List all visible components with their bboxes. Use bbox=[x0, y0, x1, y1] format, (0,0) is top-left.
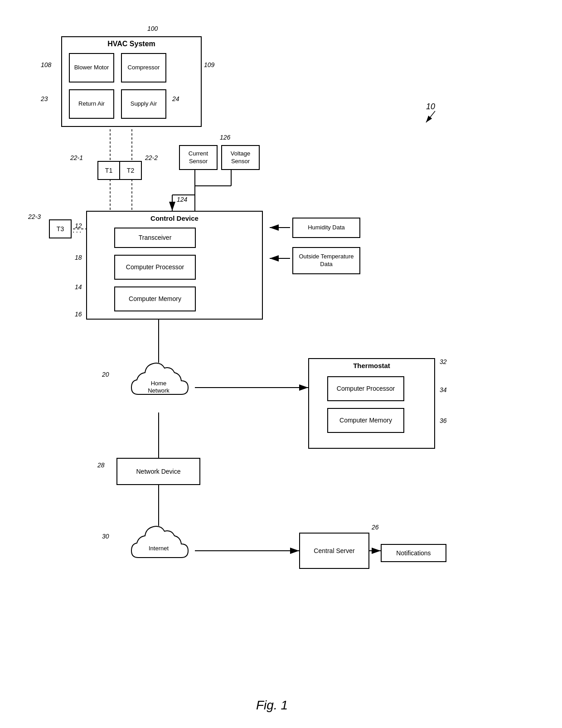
ref-22-3: 22-3 bbox=[28, 213, 41, 220]
voltage-sensor-box: Voltage Sensor bbox=[221, 145, 260, 170]
t2-label: T2 bbox=[127, 166, 134, 175]
ref-100: 100 bbox=[147, 25, 158, 32]
svg-text:Network: Network bbox=[148, 387, 170, 394]
transceiver-label: Transceiver bbox=[139, 233, 172, 242]
humidity-data-box: Humidity Data bbox=[292, 218, 360, 238]
thermostat-label: Thermostat bbox=[353, 361, 390, 370]
return-air-box: Return Air bbox=[69, 89, 114, 119]
ref-22-2: 22-2 bbox=[145, 154, 158, 161]
blower-label: Blower Motor bbox=[74, 64, 109, 72]
computer-memory-cd-label: Computer Memory bbox=[129, 295, 181, 303]
ref-109: 109 bbox=[204, 61, 214, 68]
ref-32: 32 bbox=[440, 358, 447, 365]
network-device-label: Network Device bbox=[136, 467, 180, 476]
return-air-label: Return Air bbox=[78, 100, 105, 108]
ref-36: 36 bbox=[440, 417, 447, 424]
computer-processor-th-box: Computer Processor bbox=[327, 376, 404, 401]
voltage-sensor-label: Voltage Sensor bbox=[222, 150, 259, 165]
ref-12: 12 bbox=[75, 222, 82, 229]
compressor-label: Compressor bbox=[128, 64, 160, 72]
current-sensor-box: Current Sensor bbox=[179, 145, 218, 170]
t1-label: T1 bbox=[105, 166, 112, 175]
ref-10: 10 bbox=[426, 102, 435, 112]
fig-caption: Fig. 1 bbox=[204, 698, 340, 713]
notifications-label: Notifications bbox=[396, 549, 431, 557]
hvac-system-box: HVAC System Blower Motor Compressor Retu… bbox=[61, 36, 202, 127]
t3-box: T3 bbox=[49, 219, 72, 238]
ref-16: 16 bbox=[75, 311, 82, 318]
internet-cloud: Internet bbox=[122, 521, 195, 576]
control-device-box: Control Device Transceiver Computer Proc… bbox=[86, 211, 263, 320]
computer-processor-th-label: Computer Processor bbox=[337, 384, 395, 393]
humidity-data-label: Humidity Data bbox=[308, 224, 345, 232]
current-sensor-label: Current Sensor bbox=[180, 150, 217, 165]
supply-air-box: Supply Air bbox=[121, 89, 166, 119]
ref-24: 24 bbox=[172, 95, 179, 102]
supply-air-label: Supply Air bbox=[131, 100, 157, 108]
ref-26: 26 bbox=[372, 524, 379, 531]
ref-18: 18 bbox=[75, 254, 82, 261]
outside-temp-label: Outside Temperature Data bbox=[293, 253, 359, 268]
central-server-box: Central Server bbox=[299, 533, 369, 569]
ref-34: 34 bbox=[440, 386, 447, 393]
t1-box: T1 bbox=[97, 161, 120, 180]
ref-22-1: 22-1 bbox=[70, 154, 83, 161]
compressor-box: Compressor bbox=[121, 53, 166, 83]
svg-text:Internet: Internet bbox=[149, 545, 169, 552]
network-device-box: Network Device bbox=[116, 458, 200, 485]
thermostat-box: Thermostat Computer Processor Computer M… bbox=[308, 358, 435, 449]
control-device-label: Control Device bbox=[150, 214, 199, 223]
ref-108: 108 bbox=[41, 61, 51, 68]
ref-30: 30 bbox=[102, 533, 109, 540]
ref-124: 124 bbox=[177, 196, 187, 203]
computer-memory-cd-box: Computer Memory bbox=[114, 286, 196, 311]
transceiver-box: Transceiver bbox=[114, 228, 196, 248]
t3-label: T3 bbox=[57, 225, 64, 233]
computer-memory-th-box: Computer Memory bbox=[327, 408, 404, 433]
ref-126: 126 bbox=[220, 134, 230, 141]
ref-23: 23 bbox=[41, 95, 48, 102]
computer-processor-cd-box: Computer Processor bbox=[114, 255, 196, 280]
ref-14: 14 bbox=[75, 283, 82, 291]
computer-memory-th-label: Computer Memory bbox=[339, 416, 392, 424]
outside-temp-box: Outside Temperature Data bbox=[292, 247, 360, 274]
blower-motor-box: Blower Motor bbox=[69, 53, 114, 83]
svg-text:Home: Home bbox=[151, 380, 167, 387]
svg-line-22 bbox=[426, 111, 435, 122]
home-network-cloud: Home Network bbox=[122, 358, 195, 413]
ref-20: 20 bbox=[102, 371, 109, 378]
t2-box: T2 bbox=[119, 161, 142, 180]
ref-28: 28 bbox=[97, 461, 105, 469]
notifications-box: Notifications bbox=[381, 544, 446, 562]
central-server-label: Central Server bbox=[314, 547, 354, 555]
computer-processor-cd-label: Computer Processor bbox=[126, 263, 184, 271]
hvac-label: HVAC System bbox=[107, 39, 155, 49]
